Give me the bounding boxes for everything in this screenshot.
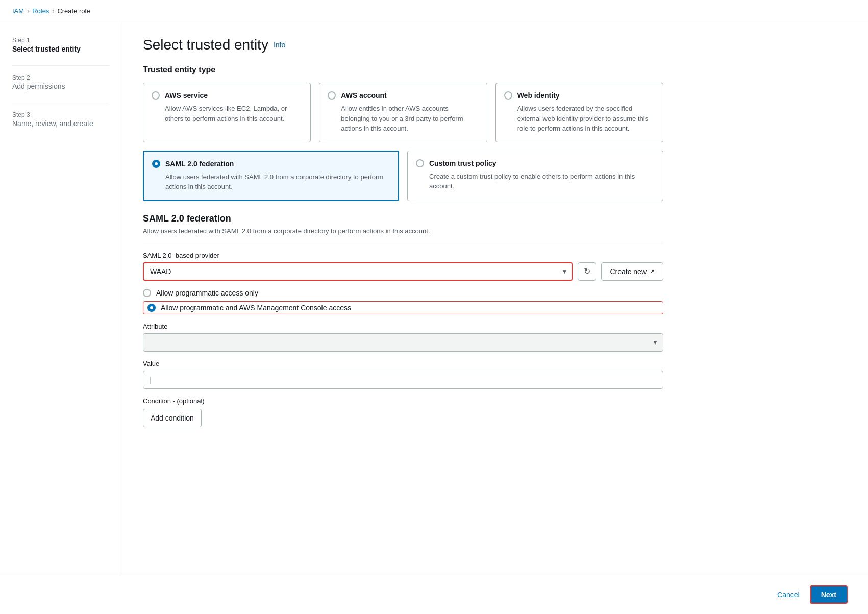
next-button[interactable]: Next bbox=[810, 585, 848, 604]
entity-card-aws-service-title: AWS service bbox=[165, 91, 208, 100]
entity-card-custom-trust-desc: Create a custom trust policy to enable o… bbox=[429, 171, 655, 191]
attribute-select[interactable] bbox=[143, 333, 663, 352]
page-title-area: Select trusted entity Info bbox=[143, 37, 663, 53]
radio-dot-programmatic-console bbox=[147, 304, 156, 312]
radio-label-programmatic-only: Allow programmatic access only bbox=[156, 289, 258, 297]
breadcrumb-current: Create role bbox=[57, 7, 90, 15]
footer-actions: Cancel Next bbox=[0, 575, 868, 614]
saml-section-desc: Allow users federated with SAML 2.0 from… bbox=[143, 227, 663, 235]
breadcrumb-roles[interactable]: Roles bbox=[32, 7, 49, 15]
entity-card-saml-title: SAML 2.0 federation bbox=[165, 160, 234, 168]
sidebar-step-1: Step 1 Select trusted entity bbox=[12, 37, 110, 53]
entity-card-aws-account[interactable]: AWS account Allow entities in other AWS … bbox=[319, 83, 487, 142]
radio-web-identity bbox=[504, 91, 512, 100]
entity-card-saml-desc: Allow users federated with SAML 2.0 from… bbox=[165, 172, 390, 192]
radio-programmatic-only[interactable]: Allow programmatic access only bbox=[143, 289, 663, 297]
sidebar-step-3-label: Step 3 bbox=[12, 111, 110, 118]
breadcrumb: IAM › Roles › Create role bbox=[0, 0, 868, 22]
provider-select[interactable]: WAAD bbox=[143, 262, 573, 281]
provider-select-wrapper: WAAD ▼ bbox=[143, 262, 573, 281]
section-title: Trusted entity type bbox=[143, 65, 663, 75]
entity-card-custom-trust[interactable]: Custom trust policy Create a custom trus… bbox=[407, 151, 663, 201]
radio-saml-federation bbox=[152, 160, 160, 168]
entity-card-custom-trust-title: Custom trust policy bbox=[429, 159, 496, 167]
create-new-label: Create new bbox=[610, 267, 647, 276]
sidebar-step-3-title: Name, review, and create bbox=[12, 119, 110, 128]
attribute-label: Attribute bbox=[143, 323, 663, 330]
add-condition-button[interactable]: Add condition bbox=[143, 409, 202, 427]
saml-section-title: SAML 2.0 federation bbox=[143, 213, 663, 224]
entity-card-web-identity[interactable]: Web identity Allows users federated by t… bbox=[495, 83, 663, 142]
saml-section: SAML 2.0 federation Allow users federate… bbox=[143, 213, 663, 427]
info-link[interactable]: Info bbox=[274, 41, 285, 49]
entity-card-aws-account-title: AWS account bbox=[341, 91, 386, 100]
cancel-button[interactable]: Cancel bbox=[773, 591, 804, 599]
entity-card-aws-service-desc: Allow AWS services like EC2, Lambda, or … bbox=[165, 104, 302, 124]
page-title: Select trusted entity bbox=[143, 37, 268, 53]
sidebar-step-2-title: Add permissions bbox=[12, 82, 110, 90]
sidebar: Step 1 Select trusted entity Step 2 Add … bbox=[0, 22, 122, 614]
external-link-icon: ↗ bbox=[650, 268, 655, 275]
value-input[interactable] bbox=[143, 371, 663, 389]
entity-card-aws-service[interactable]: AWS service Allow AWS services like EC2,… bbox=[143, 83, 311, 142]
radio-aws-service bbox=[152, 91, 160, 100]
entity-card-aws-account-desc: Allow entities in other AWS accounts bel… bbox=[341, 104, 478, 134]
sidebar-step-2: Step 2 Add permissions bbox=[12, 74, 110, 90]
condition-label: Condition - (optional) bbox=[143, 397, 663, 405]
provider-label: SAML 2.0–based provider bbox=[143, 252, 663, 259]
entity-card-web-identity-title: Web identity bbox=[517, 91, 560, 100]
provider-row: WAAD ▼ ↻ Create new ↗ bbox=[143, 262, 663, 281]
radio-dot-programmatic-only bbox=[143, 289, 151, 297]
sidebar-step-1-title: Select trusted entity bbox=[12, 45, 110, 53]
radio-custom-trust bbox=[416, 159, 424, 167]
refresh-button[interactable]: ↻ bbox=[578, 262, 596, 281]
main-content: Select trusted entity Info Trusted entit… bbox=[122, 22, 684, 614]
radio-programmatic-console[interactable]: Allow programmatic and AWS Management Co… bbox=[143, 301, 663, 314]
entity-type-row-2: SAML 2.0 federation Allow users federate… bbox=[143, 151, 663, 201]
radio-label-programmatic-console: Allow programmatic and AWS Management Co… bbox=[161, 304, 351, 312]
entity-card-web-identity-desc: Allows users federated by the specified … bbox=[517, 104, 655, 134]
access-options-group: Allow programmatic access only Allow pro… bbox=[143, 289, 663, 314]
create-new-button[interactable]: Create new ↗ bbox=[601, 262, 663, 281]
sidebar-step-1-label: Step 1 bbox=[12, 37, 110, 44]
sidebar-step-2-label: Step 2 bbox=[12, 74, 110, 81]
breadcrumb-iam[interactable]: IAM bbox=[12, 7, 24, 15]
attribute-select-wrapper: ▼ bbox=[143, 333, 663, 352]
sidebar-step-3: Step 3 Name, review, and create bbox=[12, 111, 110, 128]
entity-type-grid: AWS service Allow AWS services like EC2,… bbox=[143, 83, 663, 142]
value-label: Value bbox=[143, 360, 663, 367]
radio-aws-account bbox=[328, 91, 336, 100]
entity-card-saml-federation[interactable]: SAML 2.0 federation Allow users federate… bbox=[143, 151, 399, 201]
